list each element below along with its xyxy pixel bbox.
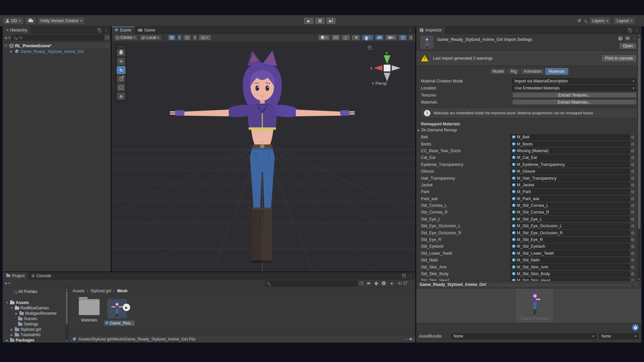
- inspector-scrollbar[interactable]: ▲ ▼: [637, 34, 641, 281]
- preview-header[interactable]: Game_Ready_Stylized_Anime_Girl ⋮: [416, 281, 641, 288]
- create-add-button[interactable]: +: [5, 35, 7, 41]
- hierarchy-scene-row[interactable]: ▼ RL_PreviewScene* ⋮: [3, 43, 111, 49]
- tab-project[interactable]: Project: [3, 272, 28, 280]
- gizmos-toggle[interactable]: [398, 35, 407, 41]
- kebab-menu-icon[interactable]: ⋮: [409, 274, 413, 278]
- scale-tool[interactable]: [117, 75, 125, 83]
- search-icon[interactable]: [584, 19, 587, 22]
- object-picker-icon[interactable]: ⊙: [630, 203, 636, 208]
- kebab-menu-icon[interactable]: ⋮: [105, 44, 109, 48]
- scrollbar-thumb[interactable]: [638, 38, 640, 229]
- on-demand-remap-foldout[interactable]: ▶ On Demand Remap: [418, 128, 457, 132]
- object-picker-icon[interactable]: ⊙: [630, 176, 636, 181]
- object-picker-icon[interactable]: ⊙: [630, 142, 636, 146]
- project-tree-item[interactable]: ▶ MulliganRenamer: [3, 311, 68, 316]
- material-object-field[interactable]: M_Pant: [510, 189, 630, 195]
- object-picker-icon[interactable]: ⊙: [630, 155, 636, 160]
- material-creation-mode-dropdown[interactable]: Import via MaterialDescription ▾: [512, 78, 637, 84]
- material-object-field[interactable]: M_Std_Eye_L: [510, 216, 630, 222]
- tab-inspector[interactable]: i Inspector: [416, 26, 445, 34]
- open-prefab-arrow-icon[interactable]: ›: [108, 50, 109, 53]
- project-search-input[interactable]: [271, 281, 355, 286]
- kebab-menu-icon[interactable]: ⋮: [104, 28, 108, 33]
- tree-expand-arrow[interactable]: ▼: [5, 301, 9, 304]
- import-tab[interactable]: Rig: [507, 68, 520, 75]
- hierarchy-search-input[interactable]: [18, 36, 102, 40]
- preview-area[interactable]: Static Preview: [416, 289, 641, 323]
- assetbundle-variant-dropdown[interactable]: None ▾: [599, 334, 639, 339]
- print-to-console-button[interactable]: Print to console: [601, 55, 637, 62]
- material-object-field[interactable]: M_Std_Skin_Arm: [510, 264, 630, 270]
- camera-settings-dropdown[interactable]: ▾: [385, 35, 397, 41]
- material-object-field[interactable]: M_Glouse: [510, 169, 630, 174]
- perspective-toggle[interactable]: < Persp: [372, 81, 387, 86]
- project-tree-item[interactable]: Scenes: [3, 316, 68, 321]
- scrollbar-thumb[interactable]: [66, 291, 68, 324]
- increment-snap-toggle[interactable]: [183, 35, 191, 41]
- create-asset-button[interactable]: +: [5, 281, 7, 286]
- tree-expand-arrow[interactable]: ▶: [10, 328, 13, 331]
- material-object-field[interactable]: M_Jacket: [510, 182, 630, 188]
- cloud-services-button[interactable]: [25, 17, 36, 24]
- project-tree-item[interactable]: ▼ Assets: [3, 300, 68, 305]
- object-picker-icon[interactable]: ⊙: [630, 272, 636, 276]
- object-picker-icon[interactable]: ⊙: [630, 169, 636, 174]
- scroll-up-arrow[interactable]: ▲: [637, 34, 641, 37]
- scroll-up-arrow[interactable]: ▲: [65, 288, 68, 291]
- orientation-gizmo[interactable]: y x < Persp: [368, 45, 405, 88]
- kebab-menu-icon[interactable]: ⋮: [634, 282, 638, 287]
- grid-snapping-dropdown[interactable]: ▾: [177, 35, 182, 41]
- object-picker-icon[interactable]: ⊙: [630, 217, 636, 222]
- chevron-down-icon[interactable]: ▾: [8, 36, 10, 40]
- import-tab[interactable]: Model: [489, 68, 507, 75]
- rect-tool[interactable]: [117, 83, 125, 92]
- presets-icon[interactable]: [626, 37, 630, 40]
- favorites-star-icon[interactable]: ★: [390, 281, 394, 286]
- material-object-field[interactable]: M_Std_Skin_Head: [510, 278, 630, 281]
- scene-lighting-toggle[interactable]: [341, 35, 350, 41]
- search-popout-icon[interactable]: [360, 282, 363, 285]
- extract-materials-button[interactable]: Extract Materials...: [512, 99, 637, 105]
- overlay-drag-handle[interactable]: ——: [118, 45, 124, 48]
- hierarchy-search-field[interactable]: [12, 35, 104, 41]
- open-button[interactable]: Open: [619, 43, 637, 49]
- object-picker-icon[interactable]: ⊙: [630, 265, 636, 269]
- tool-pivot-dropdown[interactable]: Center ▾: [114, 35, 138, 41]
- gizmos-dropdown[interactable]: ▾: [409, 35, 413, 41]
- object-picker-icon[interactable]: ⊙: [630, 244, 636, 249]
- material-object-field[interactable]: M_Pant_war: [510, 196, 630, 201]
- material-object-field[interactable]: M_Std_Cornea_L: [510, 203, 630, 208]
- preview-drag-handle[interactable]: [490, 284, 631, 286]
- material-object-field[interactable]: M_Hair_Transparency: [510, 175, 630, 181]
- layout-dropdown[interactable]: Layout ▾: [613, 17, 635, 24]
- project-tree-item[interactable]: ▶ Stylized girl: [3, 327, 68, 332]
- breadcrumb-item[interactable]: Mesh: [117, 289, 127, 293]
- object-picker-icon[interactable]: ⊙: [630, 278, 636, 281]
- hidden-count-indicator[interactable]: 17: [398, 281, 408, 286]
- project-tree-item[interactable]: ▶ TutorialInfo: [3, 332, 68, 338]
- material-object-field[interactable]: M_Belt: [510, 134, 630, 140]
- scene-viewport[interactable]: —— ✛ ↻ ⊕ y x < Persp: [112, 42, 415, 272]
- scene-audio-toggle[interactable]: [352, 35, 360, 41]
- kebab-menu-icon[interactable]: ⋮: [633, 36, 637, 41]
- lock-icon[interactable]: [402, 275, 406, 278]
- tab-console[interactable]: ≣ Console: [28, 272, 54, 280]
- material-object-field[interactable]: Missing (Material): [510, 148, 630, 154]
- layers-dropdown[interactable]: Layers ▾: [589, 17, 611, 24]
- gizmo-lock-icon[interactable]: [368, 47, 372, 50]
- material-object-field[interactable]: M_Std_Eye_Occlusion_L: [510, 223, 630, 229]
- assetbundle-dropdown[interactable]: None ▾: [451, 334, 596, 339]
- grid-snapping-toggle[interactable]: [168, 35, 176, 41]
- scroll-down-arrow[interactable]: ▼: [637, 278, 641, 281]
- location-dropdown[interactable]: Use Embedded Materials ▾: [512, 85, 637, 91]
- kebab-menu-icon[interactable]: ⋮: [409, 28, 415, 33]
- material-object-field[interactable]: M_Std_Eye_R: [510, 237, 630, 243]
- lock-icon[interactable]: [629, 29, 632, 32]
- project-tree-item[interactable]: ▼ RedBlueGames: [3, 305, 68, 311]
- import-tab[interactable]: Materials: [545, 68, 569, 75]
- object-picker-icon[interactable]: ⊙: [630, 231, 636, 235]
- tree-expand-arrow[interactable]: ▼: [10, 307, 13, 310]
- object-picker-icon[interactable]: ⊙: [630, 196, 636, 201]
- undo-history-icon[interactable]: ↺: [577, 18, 581, 24]
- material-object-field[interactable]: M_Std_Cornea_R: [510, 209, 630, 215]
